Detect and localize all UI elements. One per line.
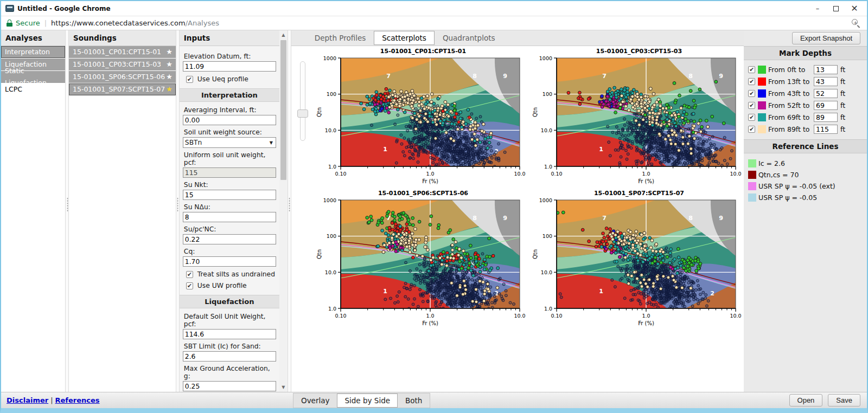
sounding-item-15-01001-cp01-cpt15-01[interactable]: 15-01001_CP01:CPT15-01★ bbox=[69, 46, 176, 58]
svg-text:1.0: 1.0 bbox=[328, 306, 336, 312]
mark-depth-checkbox[interactable]: ✔ bbox=[748, 114, 755, 121]
open-button[interactable]: Open bbox=[789, 394, 823, 406]
star-icon[interactable]: ★ bbox=[165, 83, 175, 95]
svg-text:8: 8 bbox=[473, 73, 477, 80]
mark-depth-checkbox[interactable]: ✔ bbox=[748, 90, 755, 97]
save-button[interactable]: Save bbox=[828, 394, 860, 406]
depth-to-input[interactable] bbox=[814, 65, 838, 74]
input-default-soil-unit-weight-pcf[interactable] bbox=[183, 329, 276, 339]
checkbox-row-treat-silts-as-undrained[interactable]: ✔Treat silts as undrained bbox=[186, 270, 276, 278]
mark-depth-checkbox[interactable]: ✔ bbox=[748, 102, 755, 109]
select-value: SBTn bbox=[185, 139, 270, 146]
url-text[interactable]: https://www.conetecdataservices.com bbox=[51, 19, 186, 27]
footer-link-references[interactable]: References bbox=[55, 396, 100, 404]
footer-link-disclaimer[interactable]: Disclaimer bbox=[7, 396, 48, 404]
depth-to-input[interactable] bbox=[814, 101, 838, 110]
checkbox-label: Use UW profile bbox=[197, 282, 247, 289]
svg-text:0.10: 0.10 bbox=[551, 313, 562, 319]
link-separator: | bbox=[48, 396, 55, 404]
zoom-page-icon[interactable]: + bbox=[851, 18, 861, 29]
svg-text:0.10: 0.10 bbox=[335, 313, 346, 319]
svg-text:15-01001_SP06:SCPT15-06: 15-01001_SP06:SCPT15-06 bbox=[378, 190, 468, 197]
tab-depth-profiles[interactable]: Depth Profiles bbox=[307, 31, 374, 45]
scroll-up-icon[interactable]: ▲ bbox=[279, 31, 288, 39]
sounding-label: 15-01001_SP06:SCPT15-06 bbox=[73, 71, 165, 83]
url-separator: | bbox=[44, 19, 47, 27]
mark-depth-checkbox[interactable]: ✔ bbox=[748, 78, 755, 85]
layout-button-overlay[interactable]: Overlay bbox=[293, 393, 337, 408]
star-icon[interactable]: ★ bbox=[165, 46, 175, 58]
svg-text:10.0: 10.0 bbox=[325, 127, 336, 133]
analyses-item-interpretaton[interactable]: Interpretaton bbox=[1, 46, 65, 58]
sounding-item-15-01001-cp03-cpt15-03[interactable]: 15-01001_CP03:CPT15-03★ bbox=[69, 59, 176, 70]
sounding-item-15-01001-sp06-scpt15-06[interactable]: 15-01001_SP06:SCPT15-06★ bbox=[69, 71, 176, 83]
layout-button-side-by-side[interactable]: Side by Side bbox=[337, 393, 398, 408]
scatter-chart-15-01001-cp03-cpt15-03: 15-01001_CP03:CPT15-0378912340.101.010.0… bbox=[531, 46, 744, 188]
chrome-app-icon bbox=[5, 5, 14, 12]
checkbox-use-ueq-profile[interactable]: ✔ bbox=[186, 76, 193, 83]
sounding-item-15-01001-sp07-scpt15-07[interactable]: 15-01001_SP07:SCPT15-07★ bbox=[69, 83, 176, 95]
input-su-n-u[interactable] bbox=[183, 212, 276, 222]
splitter-grip-icon bbox=[67, 197, 68, 211]
checkbox-treat-silts-as-undrained[interactable]: ✔ bbox=[186, 271, 193, 278]
splitter-analyses-soundings[interactable] bbox=[65, 30, 69, 392]
tab-scatterplots[interactable]: Scatterplots bbox=[374, 31, 435, 45]
svg-text:10.0: 10.0 bbox=[541, 269, 552, 275]
field-label-max-ground-acceleration-g: Max Ground Acceleration, g: bbox=[184, 365, 275, 380]
mark-depth-row: ✔From 43ft toft bbox=[748, 87, 867, 99]
input-su-pc-nc[interactable] bbox=[183, 234, 276, 244]
chart-cell-0: 15-01001_CP01:CPT15-0178912340.101.010.0… bbox=[315, 46, 531, 188]
checkbox-row-use-ueq-profile[interactable]: ✔Use Ueq profile bbox=[186, 75, 276, 83]
input-cq[interactable] bbox=[183, 256, 276, 267]
depth-to-input[interactable] bbox=[814, 77, 838, 86]
select-soil-unit-weight-source[interactable]: SBTn▼ bbox=[183, 137, 276, 148]
maximize-button[interactable] bbox=[827, 3, 845, 15]
svg-text:1.0: 1.0 bbox=[328, 164, 336, 170]
mark-depth-row: ✔From 52ft toft bbox=[748, 99, 867, 111]
svg-text:15-01001_CP03:CPT15-03: 15-01001_CP03:CPT15-03 bbox=[596, 48, 682, 55]
input-uniform-soil-unit-weight-pcf bbox=[183, 167, 276, 178]
splitter-soundings-inputs[interactable] bbox=[176, 30, 180, 392]
input-su-nkt[interactable] bbox=[183, 190, 276, 200]
reference-line-row: USR SP ψ = -0.05 bbox=[748, 192, 867, 203]
chevron-down-icon: ▼ bbox=[270, 140, 274, 145]
url-path[interactable]: /Analyses bbox=[186, 19, 219, 27]
splitter-inputs-charts[interactable] bbox=[288, 30, 291, 392]
input-elevation-datum-ft[interactable] bbox=[183, 61, 276, 72]
inputs-scrollbar[interactable]: ▲ ▼ bbox=[279, 30, 288, 392]
star-icon[interactable]: ★ bbox=[165, 71, 175, 83]
depth-color-swatch bbox=[758, 101, 766, 109]
sounding-label: 15-01001_SP07:SCPT15-07 bbox=[73, 83, 165, 95]
svg-text:Fr (%): Fr (%) bbox=[422, 320, 438, 326]
star-icon[interactable]: ★ bbox=[165, 59, 175, 70]
inputs-panel: Inputs Elevation Datum, ft:✔Use Ueq prof… bbox=[180, 30, 279, 392]
scroll-down-icon[interactable]: ▼ bbox=[279, 383, 288, 391]
depth-to-input[interactable] bbox=[814, 113, 838, 122]
secure-label[interactable]: Secure bbox=[16, 19, 40, 27]
chart-cell-2: 15-01001_SP06:SCPT15-0678912340.101.010.… bbox=[315, 188, 531, 330]
depth-range-label: From 0ft to bbox=[768, 66, 814, 74]
field-label-averaging-interval-ft: Averaging Interval, ft: bbox=[184, 106, 275, 114]
export-snapshot-button[interactable]: Export Snapshot bbox=[792, 32, 860, 44]
checkbox-use-uw-profile[interactable]: ✔ bbox=[186, 282, 193, 289]
input-sbt-limit-ic-for-sand[interactable] bbox=[183, 351, 276, 362]
minimize-button[interactable]: – bbox=[808, 3, 827, 15]
analyses-item-static-liquefaction[interactable]: Static Liquefaction bbox=[1, 71, 65, 83]
depth-to-input[interactable] bbox=[814, 89, 838, 98]
svg-text:8: 8 bbox=[473, 215, 477, 222]
svg-text:7: 7 bbox=[386, 73, 391, 80]
mark-depth-checkbox[interactable]: ✔ bbox=[748, 126, 755, 133]
input-max-ground-acceleration-g[interactable] bbox=[183, 381, 276, 391]
input-averaging-interval-ft[interactable] bbox=[183, 115, 276, 125]
layout-button-both[interactable]: Both bbox=[398, 393, 430, 408]
close-button[interactable]: ✕ bbox=[845, 3, 864, 15]
tab-quadrantplots[interactable]: Quadrantplots bbox=[435, 31, 503, 45]
depth-to-input[interactable] bbox=[814, 125, 838, 134]
checkbox-row-use-uw-profile[interactable]: ✔Use UW profile bbox=[186, 282, 276, 289]
chart-size-slider[interactable] bbox=[300, 61, 305, 141]
scrollbar-thumb[interactable] bbox=[280, 40, 286, 180]
url-bar: Secure | https://www.conetecdataservices… bbox=[1, 16, 867, 30]
mark-depth-checkbox[interactable]: ✔ bbox=[748, 66, 755, 73]
svg-text:1.0: 1.0 bbox=[544, 164, 552, 170]
slider-thumb[interactable] bbox=[297, 109, 308, 118]
